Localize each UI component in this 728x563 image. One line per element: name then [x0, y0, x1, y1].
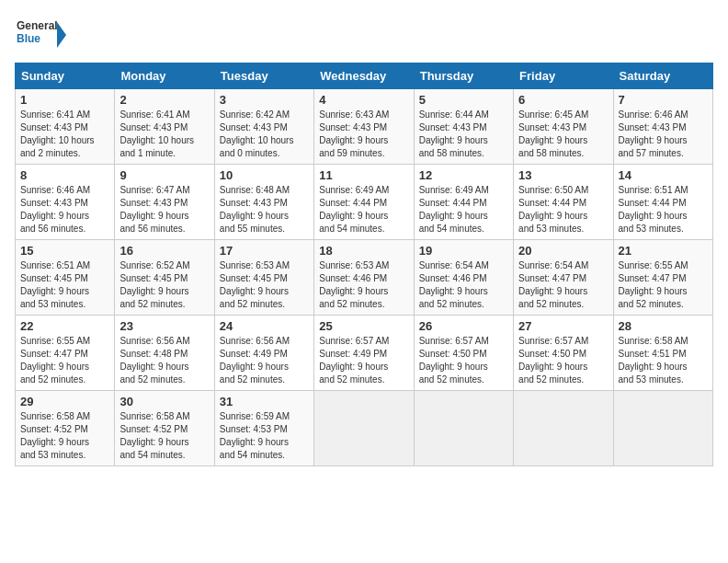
logo: General Blue: [15, 15, 70, 55]
day-cell: 31Sunrise: 6:59 AMSunset: 4:53 PMDayligh…: [214, 391, 313, 466]
day-info: Sunrise: 6:46 AMSunset: 4:43 PMDaylight:…: [619, 109, 708, 160]
day-cell: 4Sunrise: 6:43 AMSunset: 4:43 PMDaylight…: [314, 89, 414, 165]
day-cell: [414, 391, 513, 466]
weekday-header-sunday: Sunday: [16, 63, 115, 89]
day-info: Sunrise: 6:47 AMSunset: 4:43 PMDaylight:…: [119, 184, 209, 236]
day-cell: 17Sunrise: 6:53 AMSunset: 4:45 PMDayligh…: [214, 240, 313, 316]
day-info: Sunrise: 6:41 AMSunset: 4:43 PMDaylight:…: [20, 109, 109, 160]
day-number: 13: [518, 168, 608, 182]
day-number: 31: [220, 395, 309, 408]
day-number: 28: [619, 319, 708, 333]
day-cell: 15Sunrise: 6:51 AMSunset: 4:45 PMDayligh…: [16, 240, 115, 316]
day-cell: 6Sunrise: 6:45 AMSunset: 4:43 PMDaylight…: [514, 89, 613, 165]
day-cell: 3Sunrise: 6:42 AMSunset: 4:43 PMDaylight…: [214, 89, 313, 165]
calendar-table: SundayMondayTuesdayWednesdayThursdayFrid…: [15, 63, 713, 466]
day-cell: 23Sunrise: 6:56 AMSunset: 4:48 PMDayligh…: [115, 316, 214, 391]
day-cell: 18Sunrise: 6:53 AMSunset: 4:46 PMDayligh…: [314, 240, 414, 316]
day-info: Sunrise: 6:41 AMSunset: 4:43 PMDaylight:…: [119, 109, 209, 160]
day-info: Sunrise: 6:55 AMSunset: 4:47 PMDaylight:…: [619, 259, 708, 311]
day-cell: 5Sunrise: 6:44 AMSunset: 4:43 PMDaylight…: [414, 89, 513, 165]
day-number: 14: [619, 168, 708, 182]
day-cell: 30Sunrise: 6:58 AMSunset: 4:52 PMDayligh…: [115, 391, 214, 466]
day-number: 1: [20, 93, 109, 107]
week-row-4: 22Sunrise: 6:55 AMSunset: 4:47 PMDayligh…: [16, 316, 713, 391]
day-number: 27: [518, 319, 608, 333]
day-number: 24: [220, 319, 309, 333]
svg-text:General: General: [17, 19, 58, 32]
day-info: Sunrise: 6:49 AMSunset: 4:44 PMDaylight:…: [419, 184, 508, 236]
day-number: 23: [119, 319, 209, 333]
day-number: 30: [119, 395, 209, 408]
week-row-3: 15Sunrise: 6:51 AMSunset: 4:45 PMDayligh…: [16, 240, 713, 316]
day-number: 19: [419, 244, 508, 258]
day-cell: 10Sunrise: 6:48 AMSunset: 4:43 PMDayligh…: [214, 165, 313, 240]
day-info: Sunrise: 6:42 AMSunset: 4:43 PMDaylight:…: [220, 109, 309, 160]
day-info: Sunrise: 6:57 AMSunset: 4:49 PMDaylight:…: [319, 335, 408, 386]
day-number: 8: [20, 168, 109, 182]
header: General Blue: [15, 15, 713, 55]
day-number: 9: [119, 168, 209, 182]
week-row-1: 1Sunrise: 6:41 AMSunset: 4:43 PMDaylight…: [16, 89, 713, 165]
day-info: Sunrise: 6:46 AMSunset: 4:43 PMDaylight:…: [20, 184, 109, 236]
day-cell: 1Sunrise: 6:41 AMSunset: 4:43 PMDaylight…: [16, 89, 115, 165]
svg-marker-2: [57, 22, 66, 48]
day-number: 7: [619, 93, 708, 107]
day-cell: [314, 391, 414, 466]
day-info: Sunrise: 6:57 AMSunset: 4:50 PMDaylight:…: [419, 335, 508, 386]
day-cell: 2Sunrise: 6:41 AMSunset: 4:43 PMDaylight…: [115, 89, 214, 165]
day-number: 5: [419, 93, 508, 107]
day-cell: 13Sunrise: 6:50 AMSunset: 4:44 PMDayligh…: [514, 165, 613, 240]
day-number: 17: [220, 244, 309, 258]
day-info: Sunrise: 6:51 AMSunset: 4:44 PMDaylight:…: [619, 184, 708, 236]
day-cell: 19Sunrise: 6:54 AMSunset: 4:46 PMDayligh…: [414, 240, 513, 316]
day-info: Sunrise: 6:54 AMSunset: 4:47 PMDaylight:…: [518, 259, 608, 311]
day-cell: 9Sunrise: 6:47 AMSunset: 4:43 PMDaylight…: [115, 165, 214, 240]
day-cell: 11Sunrise: 6:49 AMSunset: 4:44 PMDayligh…: [314, 165, 414, 240]
day-number: 3: [220, 93, 309, 107]
day-info: Sunrise: 6:43 AMSunset: 4:43 PMDaylight:…: [319, 109, 408, 160]
day-number: 10: [220, 168, 309, 182]
day-cell: 22Sunrise: 6:55 AMSunset: 4:47 PMDayligh…: [16, 316, 115, 391]
day-number: 25: [319, 319, 408, 333]
weekday-header-tuesday: Tuesday: [214, 63, 313, 89]
day-info: Sunrise: 6:54 AMSunset: 4:46 PMDaylight:…: [419, 259, 508, 311]
week-row-2: 8Sunrise: 6:46 AMSunset: 4:43 PMDaylight…: [16, 165, 713, 240]
day-info: Sunrise: 6:50 AMSunset: 4:44 PMDaylight:…: [518, 184, 608, 236]
weekday-header-saturday: Saturday: [613, 63, 712, 89]
day-info: Sunrise: 6:57 AMSunset: 4:50 PMDaylight:…: [518, 335, 608, 386]
day-info: Sunrise: 6:52 AMSunset: 4:45 PMDaylight:…: [119, 259, 209, 311]
day-number: 18: [319, 244, 408, 258]
logo-svg: General Blue: [15, 15, 70, 55]
day-info: Sunrise: 6:56 AMSunset: 4:48 PMDaylight:…: [119, 335, 209, 386]
weekday-header-monday: Monday: [115, 63, 214, 89]
day-number: 26: [419, 319, 508, 333]
day-number: 21: [619, 244, 708, 258]
day-info: Sunrise: 6:56 AMSunset: 4:49 PMDaylight:…: [220, 335, 309, 386]
day-cell: 29Sunrise: 6:58 AMSunset: 4:52 PMDayligh…: [16, 391, 115, 466]
day-cell: [613, 391, 712, 466]
day-cell: 26Sunrise: 6:57 AMSunset: 4:50 PMDayligh…: [414, 316, 513, 391]
weekday-header-friday: Friday: [514, 63, 613, 89]
week-row-5: 29Sunrise: 6:58 AMSunset: 4:52 PMDayligh…: [16, 391, 713, 466]
day-info: Sunrise: 6:58 AMSunset: 4:52 PMDaylight:…: [119, 410, 209, 462]
day-info: Sunrise: 6:51 AMSunset: 4:45 PMDaylight:…: [20, 259, 109, 311]
svg-text:Blue: Blue: [17, 32, 40, 45]
day-info: Sunrise: 6:53 AMSunset: 4:45 PMDaylight:…: [220, 259, 309, 311]
weekday-header-thursday: Thursday: [414, 63, 513, 89]
day-number: 29: [20, 395, 109, 408]
day-info: Sunrise: 6:58 AMSunset: 4:52 PMDaylight:…: [20, 410, 109, 462]
day-number: 22: [20, 319, 109, 333]
day-number: 4: [319, 93, 408, 107]
day-cell: 24Sunrise: 6:56 AMSunset: 4:49 PMDayligh…: [214, 316, 313, 391]
day-number: 12: [419, 168, 508, 182]
day-number: 16: [119, 244, 209, 258]
day-cell: 16Sunrise: 6:52 AMSunset: 4:45 PMDayligh…: [115, 240, 214, 316]
day-cell: [514, 391, 613, 466]
day-info: Sunrise: 6:49 AMSunset: 4:44 PMDaylight:…: [319, 184, 408, 236]
day-cell: 14Sunrise: 6:51 AMSunset: 4:44 PMDayligh…: [613, 165, 712, 240]
day-cell: 7Sunrise: 6:46 AMSunset: 4:43 PMDaylight…: [613, 89, 712, 165]
day-cell: 28Sunrise: 6:58 AMSunset: 4:51 PMDayligh…: [613, 316, 712, 391]
day-cell: 8Sunrise: 6:46 AMSunset: 4:43 PMDaylight…: [16, 165, 115, 240]
day-cell: 21Sunrise: 6:55 AMSunset: 4:47 PMDayligh…: [613, 240, 712, 316]
day-info: Sunrise: 6:59 AMSunset: 4:53 PMDaylight:…: [220, 410, 309, 462]
